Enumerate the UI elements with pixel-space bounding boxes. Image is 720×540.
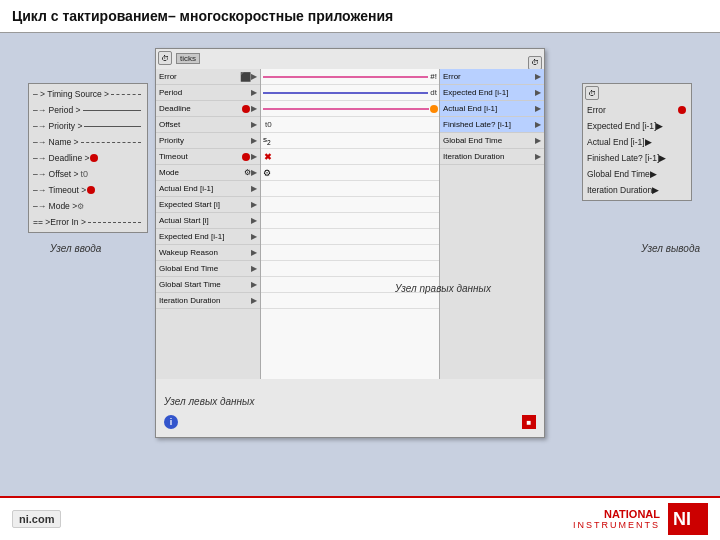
input-row-errorin: == >Error In > (31, 214, 145, 230)
out-row-act-end: Actual End [i-1] ▶ (585, 134, 689, 150)
item-exp-start: Expected Start [i] ▶ (156, 197, 260, 213)
title-bar: Цикл с тактированием– многоскоростные пр… (0, 0, 720, 33)
page-title: Цикл с тактированием– многоскоростные пр… (12, 8, 393, 24)
content-area: – > Timing Source > –→ Period > –→ Prior… (0, 33, 720, 489)
conn-error: #! (261, 69, 441, 85)
input-node-panel: – > Timing Source > –→ Period > –→ Prior… (28, 83, 148, 233)
out-row-finished: Finished Late? [i-1] ▶ (585, 150, 689, 166)
input-row-mode: –→ Mode > ⚙ (31, 198, 145, 214)
ticks-badge: ticks (176, 53, 200, 64)
input-row-timeout: –→ Timeout > (31, 182, 145, 198)
conn-priority: s2 (261, 133, 441, 149)
timer-icon-right: ⏱ (528, 51, 542, 70)
input-row-timing: – > Timing Source > (31, 86, 145, 102)
out-error: Error ▶ (440, 69, 544, 85)
ni-domain: ni.com (19, 513, 54, 525)
item-iter-dur: Iteration Duration ▶ (156, 293, 260, 309)
item-wakeup: Wakeup Reason ▶ (156, 245, 260, 261)
output-node-panel: ⏱ Error Expected End [i-1] ▶ Actual End … (582, 83, 692, 201)
right-list-panel: Error ▶ Expected End [i-1] ▶ Actual End … (439, 69, 544, 379)
item-global-start: Global Start Time ▶ (156, 277, 260, 293)
item-mode: Mode ⚙ ▶ (156, 165, 260, 181)
connector-zone: #! dt t0 s2 (261, 69, 441, 379)
stop-icon[interactable]: ■ (522, 411, 536, 430)
out-row-error: Error (585, 102, 689, 118)
conn-deadline (261, 101, 441, 117)
item-error: Error ⬛ ▶ (156, 69, 260, 85)
bottom-bar: ni.com NATIONAL INSTRUMENTS NI (0, 496, 720, 540)
output-header: ⏱ (585, 86, 689, 100)
item-period: Period ▶ (156, 85, 260, 101)
ni-logo-icon: NI (668, 503, 708, 535)
input-row-offset: –→ Offset > t0 (31, 166, 145, 182)
conn-empty5 (261, 245, 441, 261)
out-row-global-end: Global End Time ▶ (585, 166, 689, 182)
item-timeout: Timeout ▶ (156, 149, 260, 165)
brand-name: NATIONAL (573, 508, 660, 520)
output-timer-icon: ⏱ (585, 86, 599, 100)
out-exp-end: Expected End [i-1] ▶ (440, 85, 544, 101)
deadline-indicator (90, 154, 98, 162)
input-row-period: –→ Period > (31, 102, 145, 118)
item-priority: Priority ▶ (156, 133, 260, 149)
conn-period: dt (261, 85, 441, 101)
ni-logo: ni.com (12, 510, 61, 528)
out-row-iter-dur: Iteration Duration ▶ (585, 182, 689, 198)
input-row-deadline: –→ Deadline > (31, 150, 145, 166)
ni-brand: NATIONAL INSTRUMENTS NI (573, 503, 708, 535)
item-act-start: Actual Start [i] ▶ (156, 213, 260, 229)
out-finished-late: Finished Late? [i-1] ▶ (440, 117, 544, 133)
info-icon[interactable]: i (164, 411, 178, 429)
conn-empty3 (261, 213, 441, 229)
item-exp-end: Expected End [i-1] ▶ (156, 229, 260, 245)
input-row-priority: –→ Priority > (31, 118, 145, 134)
item-deadline: Deadline ▶ (156, 101, 260, 117)
brand-sub: INSTRUMENTS (573, 520, 660, 530)
panel-bottom-labels: Узел левых данных (164, 396, 536, 407)
output-node-label: Узел вывода (641, 243, 700, 254)
svg-text:NI: NI (673, 509, 691, 529)
conn-empty8 (261, 293, 441, 309)
left-data-node-label: Узел левых данных (164, 396, 254, 407)
conn-timeout: ✖ (261, 149, 441, 165)
item-global-end: Global End Time ▶ (156, 261, 260, 277)
timer-icon: ⏱ (158, 51, 172, 65)
conn-mode: ⚙ (261, 165, 441, 181)
conn-offset: t0 (261, 117, 441, 133)
out-global-end: Global End Time ▶ (440, 133, 544, 149)
input-row-name: –→ Name > (31, 134, 145, 150)
timeout-indicator (87, 186, 95, 194)
conn-empty6 (261, 261, 441, 277)
main-container: Цикл с тактированием– многоскоростные пр… (0, 0, 720, 540)
data-panel: ⏱ ticks ⏱ Error ⬛ ▶ Period ▶ Deadline (155, 48, 545, 438)
item-actual-end: Actual End [i-1] ▶ (156, 181, 260, 197)
conn-empty4 (261, 229, 441, 245)
conn-empty1 (261, 181, 441, 197)
left-list-panel: Error ⬛ ▶ Period ▶ Deadline ▶ Offset ▶ (156, 69, 261, 379)
conn-empty2 (261, 197, 441, 213)
out-iter-dur: Iteration Duration ▶ (440, 149, 544, 165)
out-row-exp-end: Expected End [i-1] ▶ (585, 118, 689, 134)
right-data-node-label: Узел правых данных (395, 283, 491, 294)
panel-header: ⏱ ticks (158, 51, 200, 65)
out-act-end: Actual End [i-1] ▶ (440, 101, 544, 117)
item-offset: Offset ▶ (156, 117, 260, 133)
input-node-label: Узел ввода (50, 243, 101, 254)
